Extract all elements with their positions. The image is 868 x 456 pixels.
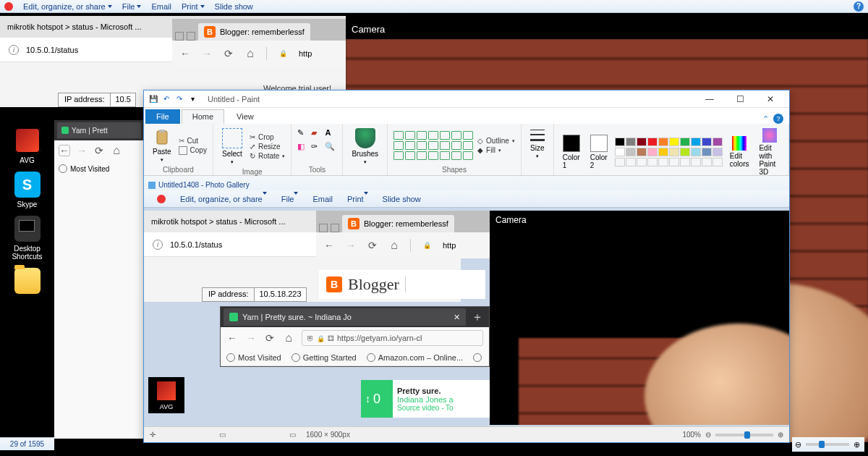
- bookmark-amazon[interactable]: Amazon.com – Online...: [367, 353, 463, 362]
- menu-slideshow[interactable]: Slide show: [215, 2, 253, 11]
- shield-icon[interactable]: [307, 334, 314, 342]
- home-button[interactable]: [244, 48, 256, 59]
- back-button[interactable]: [179, 48, 191, 59]
- paint-statusbar: ✛ ▭ ▭ 1600 × 900px 100% ⊖ ⊕: [144, 426, 789, 442]
- menu-print[interactable]: Print: [182, 2, 205, 11]
- menu-file[interactable]: File: [122, 2, 142, 11]
- firefox-tab[interactable]: Yarn | Prett: [57, 122, 141, 138]
- reload-button[interactable]: [223, 48, 234, 59]
- new-tab-button[interactable]: ＋: [469, 308, 486, 326]
- menu-email[interactable]: Email: [151, 2, 171, 11]
- desktop-icon-avg[interactable]: AVG: [6, 127, 49, 164]
- yarn-clip-card[interactable]: 0 Pretty sure. Indiana Jones a Source vi…: [361, 380, 490, 418]
- menu-email[interactable]: Email: [312, 195, 333, 203]
- zoom-in-button[interactable]: ⊕: [778, 431, 783, 439]
- forward-button[interactable]: [201, 48, 213, 59]
- back-button[interactable]: [323, 240, 335, 251]
- lock-icon: [421, 240, 433, 251]
- eraser-tool[interactable]: ◧: [297, 142, 309, 151]
- fill-tool[interactable]: ▰: [311, 128, 323, 138]
- ribbon: Paste▾ ✂Cut Copy Clipboard Select▾ ✂Crop…: [144, 124, 789, 176]
- minimize-button[interactable]: —: [695, 91, 724, 107]
- zoom-out-button[interactable]: ⊖: [705, 431, 711, 439]
- bookmark-most-visited[interactable]: Most Visited: [226, 353, 281, 362]
- tabs-icon[interactable]: [187, 32, 195, 41]
- reload-button[interactable]: [264, 332, 276, 344]
- maximize-button[interactable]: ☐: [726, 91, 754, 107]
- picker-tool[interactable]: ✑: [311, 142, 323, 151]
- tabs-icon[interactable]: [319, 224, 328, 232]
- forward-button[interactable]: [345, 240, 357, 251]
- edge-blogger-tab[interactable]: B Blogger: rememberlessf: [342, 215, 454, 232]
- desktop-icon-shortcuts[interactable]: Desktop Shortcuts: [6, 216, 49, 261]
- yarn-play-badge[interactable]: 0: [361, 380, 393, 418]
- qat-dropdown-icon[interactable]: ▾: [187, 94, 197, 104]
- menu-edit-organize[interactable]: Edit, organize, or share: [180, 195, 267, 203]
- forward-button[interactable]: [245, 332, 257, 344]
- photo-gallery-menubar: Edit, organize, or share File Email Prin…: [0, 0, 868, 13]
- text-tool[interactable]: A: [325, 128, 336, 137]
- shapes-gallery[interactable]: [393, 131, 473, 160]
- rotate-button[interactable]: ↻Rotate▾: [250, 152, 285, 160]
- tab-file[interactable]: File: [145, 109, 180, 124]
- tabs-icon[interactable]: [175, 32, 184, 41]
- help-icon[interactable]: ?: [773, 114, 783, 124]
- crop-button[interactable]: ✂Crop: [250, 133, 285, 141]
- menu-file[interactable]: File: [281, 195, 299, 203]
- select-button[interactable]: Select▾: [219, 127, 245, 166]
- reload-button[interactable]: [367, 240, 378, 251]
- collapse-ribbon-icon[interactable]: ⌃: [762, 114, 769, 124]
- save-icon[interactable]: 💾: [148, 94, 158, 104]
- palette[interactable]: [615, 148, 723, 156]
- info-icon[interactable]: i: [9, 45, 19, 55]
- menu-slideshow[interactable]: Slide show: [383, 195, 421, 203]
- home-button[interactable]: [111, 145, 122, 156]
- help-icon[interactable]: ?: [854, 1, 864, 12]
- tab-view[interactable]: View: [226, 109, 265, 124]
- forward-button[interactable]: [76, 145, 88, 156]
- color2-button[interactable]: Color 2: [587, 133, 610, 171]
- palette-empty[interactable]: [615, 158, 723, 166]
- info-icon[interactable]: i: [153, 240, 163, 250]
- home-button[interactable]: [388, 240, 400, 251]
- menu-print[interactable]: Print: [347, 195, 368, 203]
- photo-gallery-zoom[interactable]: ⊖⊕: [792, 437, 864, 452]
- reload-button[interactable]: [93, 145, 105, 156]
- cut-button[interactable]: ✂Cut: [179, 137, 207, 145]
- bookmark-getting-started[interactable]: Getting Started: [292, 353, 357, 362]
- firefox-tab[interactable]: Yarn | Pretty sure. ~ Indiana Jo ✕: [224, 308, 466, 326]
- redo-icon[interactable]: ↷: [174, 94, 184, 104]
- magnify-tool[interactable]: 🔍: [325, 142, 336, 151]
- close-button[interactable]: ✕: [756, 91, 785, 107]
- size-button[interactable]: Size▾: [527, 127, 548, 161]
- color1-button[interactable]: Color 1: [560, 133, 583, 171]
- paste-button[interactable]: Paste▾: [150, 127, 174, 164]
- close-tab-icon[interactable]: ✕: [454, 313, 460, 322]
- back-button[interactable]: [59, 145, 70, 156]
- zoom-slider[interactable]: [715, 434, 773, 436]
- tab-home[interactable]: Home: [182, 109, 224, 124]
- undo-icon[interactable]: ↶: [161, 94, 171, 104]
- home-button[interactable]: [283, 332, 294, 344]
- back-button[interactable]: [226, 332, 238, 344]
- copy-button[interactable]: Copy: [179, 146, 207, 155]
- brushes-button[interactable]: Brushes▾: [349, 127, 381, 166]
- pencil-tool[interactable]: ✎: [297, 128, 309, 138]
- firefox-addressbar[interactable]: ⚃ https://getyarn.io/yarn-cl: [302, 330, 483, 346]
- outline-button[interactable]: ◇Outline▾: [477, 137, 515, 145]
- tabs-icon[interactable]: [331, 224, 339, 232]
- bookmark-more[interactable]: [473, 353, 482, 362]
- fill-button[interactable]: ◆Fill▾: [477, 146, 515, 154]
- resize-button[interactable]: ⤢Resize: [250, 143, 285, 151]
- edge-blogger-tab[interactable]: B Blogger: rememberlessf: [198, 23, 310, 41]
- bookmark-most-visited[interactable]: Most Visited: [70, 165, 109, 173]
- edit-colors-button[interactable]: Edit colors: [727, 135, 752, 169]
- inner-desktop-icon-avg[interactable]: AVG: [148, 377, 184, 413]
- palette[interactable]: [615, 138, 723, 146]
- paint3d-button[interactable]: Edit with Paint 3D: [756, 127, 783, 177]
- desktop-icon-skype[interactable]: Skype: [6, 172, 49, 208]
- paint-canvas[interactable]: Untitled1408 - Photo Gallery Edit, organ…: [144, 176, 789, 426]
- desktop-icon-folder[interactable]: [6, 268, 49, 294]
- group-clipboard: Paste▾ ✂Cut Copy Clipboard: [144, 124, 213, 175]
- menu-edit-organize[interactable]: Edit, organize, or share: [23, 2, 112, 11]
